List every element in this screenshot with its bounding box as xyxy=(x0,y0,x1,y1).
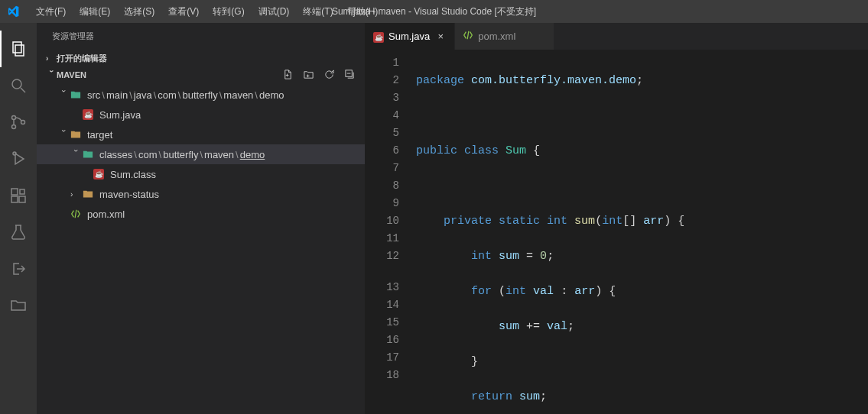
section-open-editors[interactable]: › 打开的编辑器 xyxy=(37,50,365,66)
svg-rect-11 xyxy=(20,189,24,194)
java-icon xyxy=(373,31,384,43)
svg-rect-10 xyxy=(19,196,25,202)
menu-debug[interactable]: 调试(D) xyxy=(252,2,297,21)
tab-sum-java[interactable]: Sum.java × xyxy=(366,23,455,50)
menu-edit[interactable]: 编辑(E) xyxy=(73,2,117,21)
folder-icon xyxy=(81,189,95,199)
vscode-logo-icon xyxy=(6,5,20,18)
menu-view[interactable]: 查看(V) xyxy=(161,2,206,21)
file-tree: › src\main\java\com\butterfly\maven\demo… xyxy=(37,83,365,224)
line-numbers: 123456789101112 131415161718 xyxy=(366,50,413,414)
new-file-icon[interactable] xyxy=(282,69,294,82)
menu-selection[interactable]: 选择(S) xyxy=(117,2,161,21)
java-icon xyxy=(81,109,95,120)
folder-icon xyxy=(69,129,83,140)
xml-icon xyxy=(463,30,473,43)
svg-point-2 xyxy=(12,79,21,89)
svg-rect-0 xyxy=(13,42,21,53)
sidebar-title: 资源管理器 xyxy=(37,23,365,50)
activity-testing[interactable] xyxy=(0,214,37,251)
tree-folder-maven-status[interactable]: › maven-status xyxy=(37,184,365,204)
tab-bar: Sum.java × pom.xml xyxy=(366,23,868,50)
chevron-down-icon: › xyxy=(72,149,80,160)
tab-pom-xml[interactable]: pom.xml xyxy=(455,23,554,50)
section-maven[interactable]: › MAVEN xyxy=(37,66,365,83)
section-actions xyxy=(282,69,356,82)
tree-folder-classes[interactable]: › classes\com\butterfly\maven\demo xyxy=(37,144,365,164)
svg-point-5 xyxy=(12,125,16,129)
menu-file[interactable]: 文件(F) xyxy=(29,2,73,21)
editor: Sum.java × pom.xml 123456789101112 13141… xyxy=(366,23,868,414)
activity-explorer[interactable] xyxy=(0,31,37,67)
chevron-down-icon: › xyxy=(47,70,56,80)
activity-folder-icon[interactable] xyxy=(0,287,37,324)
collapse-all-icon[interactable] xyxy=(344,69,356,82)
editor-body[interactable]: 123456789101112 131415161718 package com… xyxy=(366,50,868,414)
java-icon xyxy=(92,169,106,180)
activity-logout-icon[interactable] xyxy=(0,251,37,287)
xml-icon xyxy=(69,209,83,219)
window-title: Sum.java - maven - Visual Studio Code [不… xyxy=(332,5,536,18)
chevron-right-icon: › xyxy=(46,54,57,63)
svg-rect-8 xyxy=(11,189,18,195)
svg-point-4 xyxy=(12,116,16,120)
chevron-down-icon: › xyxy=(60,129,68,140)
sidebar: 资源管理器 › 打开的编辑器 › MAVEN › src\main\java\c… xyxy=(37,23,366,414)
svg-point-7 xyxy=(13,152,16,155)
folder-icon xyxy=(81,149,95,160)
close-icon[interactable]: × xyxy=(434,31,447,42)
tree-file-sum-class[interactable]: Sum.class xyxy=(37,164,365,184)
tree-folder-target[interactable]: › target xyxy=(37,125,365,144)
menu-go[interactable]: 转到(G) xyxy=(206,2,251,21)
folder-icon xyxy=(69,89,83,100)
activity-search[interactable] xyxy=(0,67,37,104)
tree-file-pom[interactable]: pom.xml xyxy=(37,204,365,224)
tree-folder-src[interactable]: › src\main\java\com\butterfly\maven\demo xyxy=(37,85,365,105)
svg-line-3 xyxy=(21,88,25,92)
svg-rect-9 xyxy=(11,196,18,202)
activity-debug[interactable] xyxy=(0,141,37,177)
tree-file-sum-java[interactable]: Sum.java xyxy=(37,105,365,125)
new-folder-icon[interactable] xyxy=(303,69,314,82)
activity-bar xyxy=(0,23,37,414)
refresh-icon[interactable] xyxy=(323,69,335,82)
chevron-down-icon: › xyxy=(60,89,68,100)
svg-rect-1 xyxy=(15,45,24,56)
code-area[interactable]: package com.butterfly.maven.demo; public… xyxy=(413,50,868,414)
svg-point-6 xyxy=(21,121,25,125)
chevron-right-icon: › xyxy=(70,190,81,199)
title-bar: 文件(F) 编辑(E) 选择(S) 查看(V) 转到(G) 调试(D) 终端(T… xyxy=(0,0,868,23)
activity-scm[interactable] xyxy=(0,104,37,141)
activity-extensions[interactable] xyxy=(0,177,37,214)
